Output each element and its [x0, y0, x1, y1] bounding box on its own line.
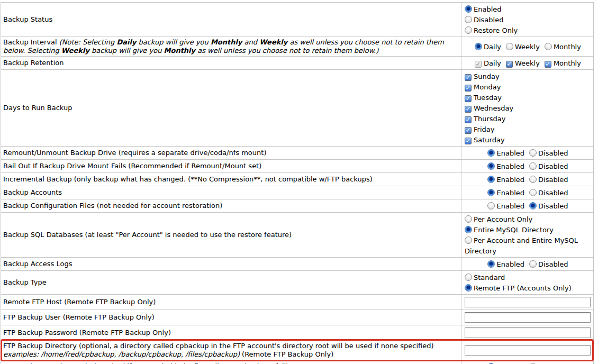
row-label-ftp-backup-directory: FTP Backup Directory (optional, a direct…	[1, 341, 461, 360]
backup-configuration-files-option-disabled[interactable]: Disabled	[529, 201, 568, 211]
checkbox-checked-icon[interactable]: ✓	[545, 61, 551, 68]
backup-status-option-enabled[interactable]: Enabled	[465, 4, 591, 14]
checkbox-checked-icon[interactable]: ✓	[506, 61, 513, 68]
radio-unchecked-icon[interactable]	[529, 162, 537, 170]
backup-type-option-standard[interactable]: Standard	[465, 272, 591, 283]
row-control-ftp-backup-user	[461, 310, 593, 325]
backup-sql-databases-option-per-account-only[interactable]: Per Account Only	[465, 214, 591, 224]
option-label: Enabled	[496, 189, 524, 197]
radio-unchecked-icon[interactable]	[529, 149, 537, 157]
days-to-run-backup-option-wednesday[interactable]: ✓Wednesday	[465, 103, 591, 113]
radio-checked-icon[interactable]	[465, 284, 472, 292]
backup-status-option-disabled[interactable]: Disabled	[465, 14, 591, 25]
ftp-backup-password-input[interactable]	[465, 327, 591, 338]
label-text: Remote FTP Host (Remote FTP Backup Only)	[3, 298, 156, 306]
label-text: FTP Backup Directory (optional, a direct…	[3, 342, 434, 350]
table-row-backup-retention: Backup Retention✓Daily✓Weekly✓Monthly	[1, 57, 593, 70]
row-control-backup-status: EnabledDisabledRestore Only	[461, 3, 593, 37]
radio-checked-icon[interactable]	[529, 202, 537, 210]
table-row-backup-configuration-files: Backup Configuration Files (not needed f…	[1, 199, 593, 213]
radio-checked-icon[interactable]	[487, 149, 495, 157]
option-label: Disabled	[538, 162, 568, 170]
ftp-backup-passive-mode-option-disabled[interactable]: Disabled	[529, 361, 568, 364]
radio-unchecked-icon[interactable]	[465, 215, 472, 223]
radio-checked-icon[interactable]	[487, 176, 495, 183]
backup-sql-databases-option-per-account-and-entire-mysql-directory[interactable]: Per Account and Entire MySQL Directory	[465, 235, 591, 256]
table-row-incremental-backup: Incremental Backup (only backup what has…	[1, 173, 593, 186]
radio-unchecked-icon[interactable]	[506, 43, 513, 50]
row-label-incremental-backup: Incremental Backup (only backup what has…	[1, 173, 461, 186]
ftp-backup-directory-input[interactable]	[465, 345, 591, 356]
ftp-backup-user-input[interactable]	[465, 312, 591, 323]
backup-accounts-option-disabled[interactable]: Disabled	[529, 187, 568, 198]
incremental-backup-option-disabled[interactable]: Disabled	[529, 174, 568, 185]
remount-unmount-backup-drive-option-enabled[interactable]: Enabled	[487, 148, 524, 158]
backup-retention-option-weekly[interactable]: ✓Weekly	[506, 58, 540, 68]
bail-out-if-mount-fails-option-enabled[interactable]: Enabled	[487, 161, 524, 171]
backup-interval-option-weekly[interactable]: Weekly	[506, 41, 540, 52]
radio-checked-icon[interactable]	[475, 43, 482, 50]
option-label: Friday	[474, 125, 494, 133]
option-label: Saturday	[474, 136, 505, 144]
radio-unchecked-icon[interactable]	[465, 236, 472, 244]
ftp-backup-passive-mode-option-enabled[interactable]: Enabled	[487, 361, 524, 364]
radio-unchecked-icon[interactable]	[465, 16, 472, 23]
checkbox-checked-icon[interactable]: ✓	[465, 106, 472, 113]
days-to-run-backup-option-sunday[interactable]: ✓Sunday	[465, 71, 591, 81]
backup-type-option-remote-ftp-accounts-only-[interactable]: Remote FTP (Accounts Only)	[465, 283, 591, 293]
radio-unchecked-icon[interactable]	[465, 274, 472, 281]
option-label: Sunday	[474, 72, 500, 80]
radio-checked-icon[interactable]	[487, 260, 495, 268]
days-to-run-backup-option-friday[interactable]: ✓Friday	[465, 124, 591, 134]
radio-unchecked-icon[interactable]	[529, 176, 537, 183]
row-label-backup-configuration-files: Backup Configuration Files (not needed f…	[1, 199, 461, 212]
radio-checked-icon[interactable]	[487, 189, 495, 196]
backup-access-logs-option-disabled[interactable]: Disabled	[529, 259, 568, 269]
backup-retention-option-monthly[interactable]: ✓Monthly	[545, 58, 581, 68]
checkbox-checked-icon[interactable]: ✓	[465, 85, 472, 92]
days-to-run-backup-option-thursday[interactable]: ✓Thursday	[465, 113, 591, 124]
bail-out-if-mount-fails-option-disabled[interactable]: Disabled	[529, 161, 568, 171]
days-to-run-backup-option-tuesday[interactable]: ✓Tuesday	[465, 92, 591, 103]
backup-access-logs-option-enabled[interactable]: Enabled	[487, 259, 524, 269]
option-label: Enabled	[496, 260, 524, 268]
checkbox-checked-icon[interactable]: ✓	[465, 127, 472, 134]
label-text: backup will give you	[89, 47, 164, 54]
backup-status-option-restore-only[interactable]: Restore Only	[465, 25, 591, 35]
label-text: examples: /home/fred/cpbackup, /backup/c…	[3, 350, 240, 358]
radio-checked-icon[interactable]	[465, 5, 472, 13]
radio-checked-icon[interactable]	[465, 226, 472, 233]
option-label: Disabled	[538, 260, 568, 268]
checkbox-checked-icon[interactable]: ✓	[465, 95, 472, 102]
row-label-backup-type: Backup Type	[1, 271, 461, 294]
label-text: Bail Out If Backup Drive Mount Fails (Re…	[3, 162, 261, 170]
checkbox-checked-icon[interactable]: ✓	[465, 74, 472, 81]
backup-sql-databases-option-entire-mysql-directory[interactable]: Entire MySQL Directory	[465, 224, 591, 235]
row-label-backup-accounts: Backup Accounts	[1, 186, 461, 199]
option-label: Disabled	[538, 202, 568, 210]
radio-unchecked-icon[interactable]	[545, 43, 552, 50]
radio-unchecked-icon[interactable]	[529, 260, 537, 268]
checkbox-checked-icon[interactable]: ✓	[465, 138, 472, 144]
row-label-ftp-backup-password: FTP Backup Password (Remote FTP Backup O…	[1, 325, 461, 340]
row-control-backup-interval: DailyWeeklyMonthly	[461, 37, 593, 56]
backup-retention-option-daily: ✓Daily	[475, 58, 501, 68]
radio-unchecked-icon[interactable]	[529, 189, 537, 196]
remount-unmount-backup-drive-option-disabled[interactable]: Disabled	[529, 148, 568, 158]
backup-accounts-option-enabled[interactable]: Enabled	[487, 187, 524, 198]
backup-configuration-files-option-enabled[interactable]: Enabled	[487, 201, 524, 211]
backup-interval-option-monthly[interactable]: Monthly	[545, 41, 581, 52]
table-row-days-to-run-backup: Days to Run Backup✓Sunday✓Monday✓Tuesday…	[1, 70, 593, 147]
radio-checked-icon[interactable]	[487, 162, 495, 170]
option-label: Enabled	[474, 5, 502, 13]
option-label: Entire MySQL Directory	[474, 226, 554, 234]
backup-interval-option-daily[interactable]: Daily	[475, 41, 501, 52]
days-to-run-backup-option-monday[interactable]: ✓Monday	[465, 81, 591, 92]
radio-unchecked-icon[interactable]	[465, 26, 472, 34]
label-text: Monthly	[164, 47, 196, 54]
radio-unchecked-icon[interactable]	[487, 202, 495, 210]
remote-ftp-host-input[interactable]	[465, 297, 591, 307]
days-to-run-backup-option-saturday[interactable]: ✓Saturday	[465, 134, 591, 145]
checkbox-checked-icon[interactable]: ✓	[465, 116, 472, 123]
incremental-backup-option-enabled[interactable]: Enabled	[487, 174, 524, 185]
